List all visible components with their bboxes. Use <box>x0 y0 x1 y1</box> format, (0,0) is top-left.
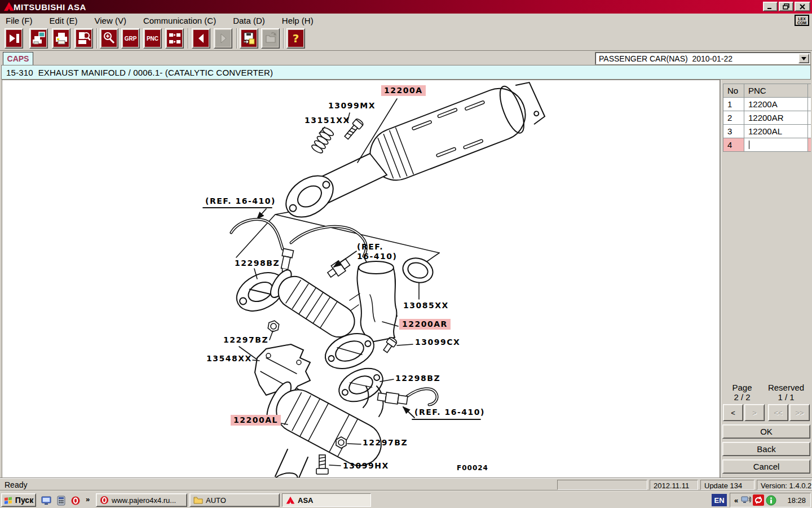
parts-table: No PNC 1 12200A 2 12200AR 3 12200AL 4 <box>723 84 811 152</box>
restore-button[interactable] <box>779 2 793 11</box>
pnc-button[interactable]: PNC <box>143 28 162 49</box>
part-label-12297BZ[interactable]: 12297BZ <box>223 335 268 345</box>
mitsubishi-logo-icon <box>3 2 15 14</box>
ref-label-16-410-c: (REF. 16-410) <box>414 408 485 417</box>
table-row[interactable]: 3 12200AL <box>723 125 811 138</box>
close-button[interactable] <box>795 2 810 11</box>
table-strip <box>808 138 811 152</box>
quick-launch-opera-icon[interactable] <box>70 495 81 506</box>
part-label-13099HX[interactable]: 13099HX <box>343 461 389 471</box>
part-label-13099MX[interactable]: 13099MX <box>328 101 376 111</box>
print-setup-button[interactable] <box>29 28 48 49</box>
forward-button <box>214 28 232 49</box>
grp-button[interactable]: GRP <box>121 28 140 49</box>
minimize-button[interactable] <box>763 2 778 11</box>
tray-volume-icon[interactable] <box>741 496 751 505</box>
back-button-panel[interactable]: Back <box>722 442 810 456</box>
task-button-asa[interactable]: ASA <box>282 493 371 507</box>
table-strip <box>808 125 811 138</box>
grp-icon: GRP <box>123 30 138 47</box>
page-next-button: > <box>744 404 765 421</box>
menu-file[interactable]: File (F) <box>1 14 37 27</box>
print-preview-icon <box>76 30 91 47</box>
menu-help[interactable]: Help (H) <box>277 14 318 27</box>
part-label-12200AR[interactable]: 12200AR <box>399 319 451 330</box>
tray-chevron[interactable]: « <box>734 496 738 505</box>
page-prev-button[interactable]: < <box>723 404 743 421</box>
part-label-13099CX[interactable]: 13099CX <box>415 338 460 347</box>
save-button[interactable] <box>240 28 258 49</box>
vehicle-selector[interactable]: PASSENGER CAR(NAS) 2010-01-22 <box>595 52 810 64</box>
menu-communication[interactable]: Communication (C) <box>139 14 220 27</box>
toolbar: GRP PNC ? <box>0 27 812 51</box>
exploded-view-drawing <box>2 80 720 478</box>
zoom-button[interactable] <box>100 28 118 49</box>
row-pnc[interactable]: 12200AR <box>744 111 808 125</box>
reserved-value: 1 / 1 <box>766 392 806 402</box>
back-button[interactable] <box>192 28 210 49</box>
menu-bar: File (F) Edit (E) View (V) Communication… <box>0 14 812 27</box>
back-arrow-icon <box>193 30 209 47</box>
part-label-12200AL[interactable]: 12200AL <box>231 415 281 426</box>
cancel-button[interactable]: Cancel <box>722 459 810 474</box>
quick-launch-overflow-chevron[interactable]: » <box>86 495 90 503</box>
table-strip <box>808 84 811 98</box>
chevron-down-icon[interactable] <box>798 54 809 63</box>
status-version: Version: 1.4.0.2 <box>757 480 812 490</box>
table-row[interactable]: 2 12200AR <box>723 111 811 125</box>
print-setup-icon <box>31 30 46 47</box>
part-label-13548XX[interactable]: 13548XX <box>206 354 252 364</box>
part-label-12298BZ[interactable]: 12298BZ <box>235 259 280 268</box>
tab-caps[interactable]: CAPS <box>3 52 33 65</box>
menu-edit[interactable]: Edit (E) <box>45 14 82 27</box>
tray-info-icon[interactable] <box>766 495 776 506</box>
row-no: 2 <box>723 111 744 125</box>
print-button[interactable] <box>52 28 70 49</box>
language-indicator[interactable]: EN <box>712 494 727 506</box>
quick-launch-desktop-icon[interactable] <box>41 495 52 506</box>
help-button[interactable]: ? <box>286 28 305 49</box>
status-bar: Ready 2012.11.11 Update 134 Version: 1.4… <box>0 478 812 491</box>
table-strip <box>808 111 811 125</box>
part-label-13151XX[interactable]: 13151XX <box>304 116 350 125</box>
part-label-12298BZ-2[interactable]: 12298BZ <box>395 374 440 383</box>
print-preview-button[interactable] <box>74 28 93 49</box>
start-button[interactable]: Пуск <box>1 493 36 507</box>
page-label: Page <box>727 383 757 392</box>
parts-panel: No PNC 1 12200A 2 12200AR 3 12200AL 4 Pa… <box>720 80 812 478</box>
row-no: 3 <box>723 125 744 138</box>
system-tray: « 18:28 <box>730 493 811 507</box>
tile-view-icon <box>167 30 182 47</box>
section-title: 15-310 EXHAUST MANIFOLD / 0006.1- (CATAL… <box>2 68 273 77</box>
status-date: 2012.11.11 <box>650 480 698 490</box>
table-row[interactable]: 1 12200A <box>723 98 811 111</box>
menu-view[interactable]: View (V) <box>90 14 131 27</box>
print-icon <box>54 30 69 47</box>
tile-view-button[interactable] <box>165 28 184 49</box>
row-pnc[interactable]: 12200A <box>744 98 808 111</box>
table-row-active[interactable]: 4 <box>723 138 811 152</box>
part-label-12200A[interactable]: 12200A <box>381 85 426 96</box>
parts-table-header: No PNC <box>723 84 811 98</box>
figure-code: F00024 <box>457 463 488 473</box>
task-button-browser[interactable]: www.pajero4x4.ru... <box>96 493 187 507</box>
taskbar-clock[interactable]: 18:28 <box>787 496 806 505</box>
ok-button[interactable]: OK <box>722 424 810 439</box>
part-label-12297BZ-2[interactable]: 12297BZ <box>363 438 408 448</box>
pnc-input[interactable] <box>744 138 808 152</box>
vehicle-selector-value: PASSENGER CAR(NAS) 2010-01-22 <box>596 54 798 63</box>
quick-launch-calculator-icon[interactable] <box>55 495 67 506</box>
menu-data[interactable]: Data (D) <box>228 14 270 27</box>
tray-sync-icon[interactable] <box>753 494 764 506</box>
ref-label-16-410-a: (REF. 16-410) <box>205 196 276 206</box>
status-panel-empty <box>557 480 647 490</box>
forward-arrow-icon <box>215 30 231 47</box>
exit-button[interactable] <box>5 28 23 49</box>
status-update: Update 134 <box>700 480 754 490</box>
part-label-13085XX[interactable]: 13085XX <box>403 301 449 310</box>
row-pnc[interactable]: 12200AL <box>744 125 808 138</box>
reserved-first-button: << <box>768 404 788 421</box>
row-no: 1 <box>723 98 744 111</box>
task-button-auto-folder[interactable]: AUTO <box>189 493 280 507</box>
ref-label-16-410-b: (REF. 16-410) <box>357 242 397 261</box>
